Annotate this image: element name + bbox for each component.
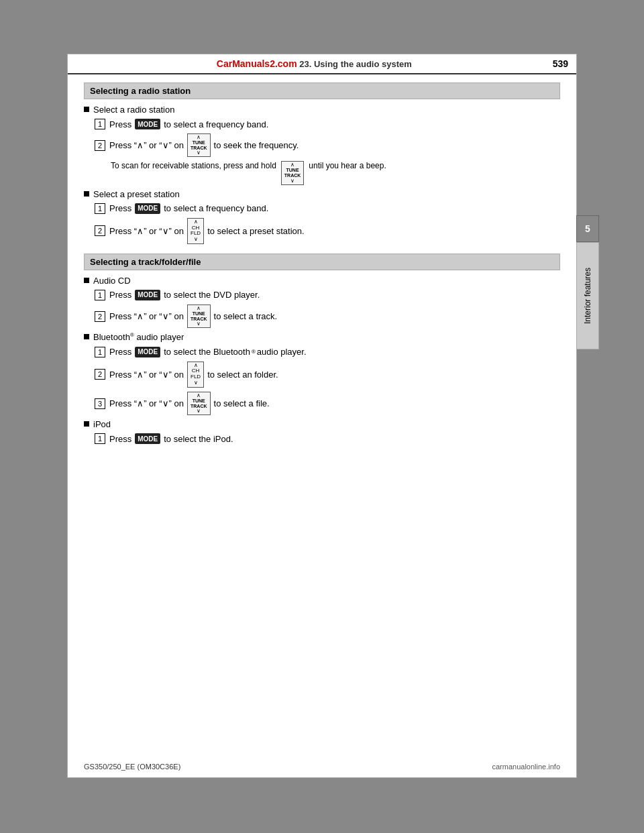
bullet-text: Select a preset station <box>93 189 180 199</box>
mode-button[interactable]: MODE <box>135 290 160 300</box>
step-1-bt: 1 Press MODE to select the Bluetooth® au… <box>95 347 560 357</box>
reg-sup: ® <box>252 349 256 355</box>
mode-button[interactable]: MODE <box>135 203 160 214</box>
tune-track-button-note[interactable]: ∧ TUNE TRACK ∨ <box>281 161 305 184</box>
bullet-icon <box>84 334 89 339</box>
ch-fld-button[interactable]: ∧ CH FLD ∨ <box>187 362 204 388</box>
ch-fld-button[interactable]: ∧ CH FLD ∨ <box>187 218 204 244</box>
bullet-bluetooth: Bluetooth® audio player <box>84 332 560 342</box>
step-num-1: 1 <box>95 347 105 357</box>
bullet-icon <box>84 421 89 427</box>
reg-sup: ® <box>130 332 134 338</box>
step-2-cd: 2 Press “∧” or “∨” on ∧ TUNE TRACK ∨ to … <box>95 304 560 328</box>
step-2-preset: 2 Press “∧” or “∨” on ∧ CH FLD ∨ to sele… <box>95 218 560 244</box>
note-text: To scan for receivable stations, press a… <box>111 161 276 170</box>
bottom-logo-text: carmanualonline.info <box>492 763 560 771</box>
step-1-radio: 1 Press MODE to select a frequency band. <box>95 119 560 129</box>
step-2-text: Press “∧” or “∨” on ∧ TUNE TRACK ∨ to se… <box>109 133 299 157</box>
section-number: 5 <box>576 215 599 242</box>
footer-text: GS350/250_EE (OM30C36E) <box>84 763 180 771</box>
step-num-2: 2 <box>95 140 105 151</box>
section-label: Interior features <box>576 242 599 349</box>
step-num-1: 1 <box>95 203 105 214</box>
bullet-audio-cd: Audio CD <box>84 276 560 286</box>
step-num-1: 1 <box>95 290 105 300</box>
step-num-1: 1 <box>95 119 105 129</box>
note-scan: To scan for receivable stations, press a… <box>111 161 560 184</box>
step-2-bt: 2 Press “∧” or “∨” on ∧ CH FLD ∨ to sele… <box>95 362 560 388</box>
step-3-bt: 3 Press “∧” or “∨” on ∧ TUNE TRACK ∨ to … <box>95 392 560 415</box>
bullet-icon <box>84 191 89 197</box>
bullet-text: Audio CD <box>93 276 131 286</box>
page-header: CarManuals2.com 23. Using the audio syst… <box>68 54 576 74</box>
main-content: Selecting a radio station Select a radio… <box>68 74 576 456</box>
bullet-text: Bluetooth® audio player <box>93 332 184 342</box>
step-1-cd: 1 Press MODE to select the DVD player. <box>95 290 560 300</box>
bullet-preset-station: Select a preset station <box>84 189 560 199</box>
watermark-text: CarManuals2.com <box>217 58 297 69</box>
note-end-text: until you hear a beep. <box>309 161 386 170</box>
bullet-text: Select a radio station <box>93 105 174 115</box>
bullet-icon <box>84 278 89 283</box>
header-title: 23. Using the audio system <box>299 59 412 69</box>
mode-button[interactable]: MODE <box>135 433 160 444</box>
section1-header: Selecting a radio station <box>84 82 560 99</box>
step-1-preset: 1 Press MODE to select a frequency band. <box>95 203 560 214</box>
step-2-cd-text: Press “∧” or “∨” on ∧ TUNE TRACK ∨ to se… <box>109 304 277 328</box>
bullet-text: iPod <box>93 419 111 429</box>
step-num-1: 1 <box>95 433 105 444</box>
step-2-bt-text: Press “∧” or “∨” on ∧ CH FLD ∨ to select… <box>109 362 278 388</box>
bullet-icon <box>84 107 89 112</box>
step-num-2: 2 <box>95 369 105 380</box>
step-1-ipod: 1 Press MODE to select the iPod. <box>95 433 560 444</box>
step-1-ipod-text: Press MODE to select the iPod. <box>109 433 233 444</box>
step-2-preset-text: Press “∧” or “∨” on ∧ CH FLD ∨ to select… <box>109 218 305 244</box>
step-num-2: 2 <box>95 225 105 236</box>
step-1-text: Press MODE to select a frequency band. <box>109 119 268 129</box>
bullet-ipod: iPod <box>84 419 560 429</box>
tune-track-button[interactable]: ∧ TUNE TRACK ∨ <box>187 304 211 328</box>
tune-track-button[interactable]: ∧ TUNE TRACK ∨ <box>187 133 211 157</box>
page-container: CarManuals2.com 23. Using the audio syst… <box>67 54 577 778</box>
step-1-preset-text: Press MODE to select a frequency band. <box>109 203 268 214</box>
section2-header: Selecting a track/folder/file <box>84 254 560 270</box>
header-watermark: CarManuals2.com 23. Using the audio syst… <box>76 58 553 69</box>
step-num-3: 3 <box>95 398 105 409</box>
bullet-radio-station: Select a radio station <box>84 105 560 115</box>
tune-track-button[interactable]: ∧ TUNE TRACK ∨ <box>187 392 211 415</box>
step-1-bt-text: Press MODE to select the Bluetooth® audi… <box>109 347 307 357</box>
mode-button[interactable]: MODE <box>135 119 160 129</box>
page-number: 539 <box>553 58 568 69</box>
step-2-radio: 2 Press “∧” or “∨” on ∧ TUNE TRACK ∨ to … <box>95 133 560 157</box>
step-3-bt-text: Press “∧” or “∨” on ∧ TUNE TRACK ∨ to se… <box>109 392 270 415</box>
step-1-cd-text: Press MODE to select the DVD player. <box>109 290 260 300</box>
step-num-2: 2 <box>95 311 105 322</box>
mode-button[interactable]: MODE <box>135 347 160 357</box>
